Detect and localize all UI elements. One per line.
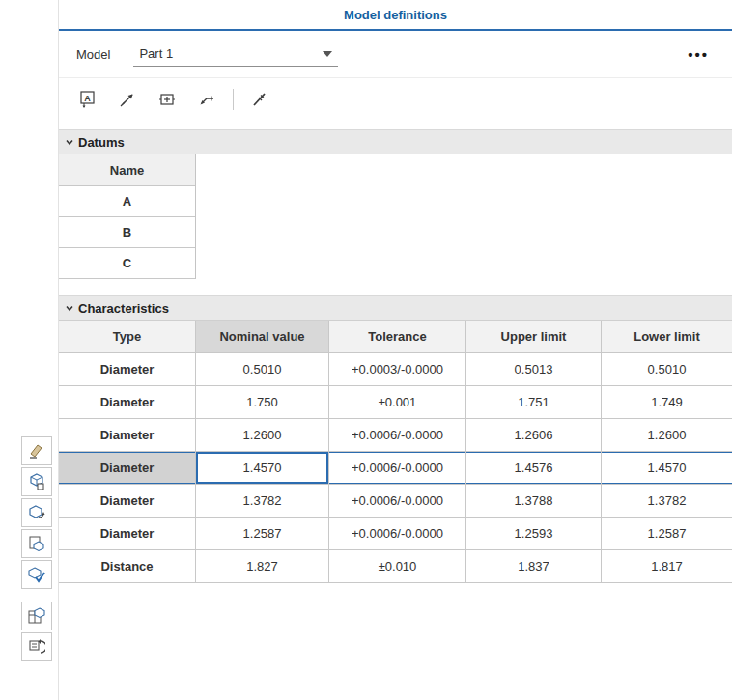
part-tag-button[interactable]: [21, 467, 52, 496]
datum-target-button[interactable]: [154, 87, 181, 112]
datum-row-c[interactable]: C: [59, 248, 195, 279]
table-cell-nominal[interactable]: 1.2587: [196, 518, 329, 550]
table-cell-lower[interactable]: 1.4570: [602, 452, 732, 485]
table-cell-upper[interactable]: 1.4576: [466, 452, 602, 485]
table-cell-lower[interactable]: 1.2587: [602, 518, 732, 550]
table-cell-nominal[interactable]: 0.5010: [196, 353, 329, 386]
app-window: Model definitions Model Part 1 ••• A: [0, 0, 732, 700]
table-cell-nominal-selected[interactable]: 1.4570: [196, 452, 329, 485]
leader-line-button[interactable]: [193, 87, 220, 112]
table-cell-type[interactable]: Diameter: [59, 353, 196, 386]
model-dropdown-value: Part 1: [139, 46, 173, 61]
table-cell-type[interactable]: Diameter: [59, 386, 196, 419]
table-cell-tolerance[interactable]: ±0.001: [329, 386, 466, 419]
characteristics-section: Characteristics Type Nominal value Toler…: [59, 295, 732, 583]
table-cell-nominal[interactable]: 1.3782: [196, 485, 329, 518]
table-cell-upper[interactable]: 1.751: [466, 386, 602, 419]
characteristics-section-label: Characteristics: [78, 301, 169, 316]
leader-line-icon: [197, 90, 216, 109]
table-cell-tolerance[interactable]: +0.0006/-0.0000: [329, 419, 466, 452]
characteristics-section-header[interactable]: Characteristics: [59, 295, 732, 321]
table-cell-type[interactable]: Diameter: [59, 518, 196, 550]
table-cell-tolerance[interactable]: ±0.010: [329, 550, 466, 583]
section-tool-button[interactable]: [21, 436, 52, 465]
model-table-icon: [28, 607, 45, 625]
table-cell-type[interactable]: Distance: [59, 550, 196, 583]
text-annotation-button[interactable]: A: [74, 87, 101, 112]
table-cell-lower[interactable]: 1.817: [602, 550, 732, 583]
characteristics-table: Type Nominal value Tolerance Upper limit…: [59, 321, 732, 583]
part-tag-icon: [28, 473, 45, 490]
table-cell-nominal[interactable]: 1.2600: [196, 419, 329, 452]
column-header-nominal-value[interactable]: Nominal value: [196, 321, 329, 353]
annotation-toolbar: A: [59, 77, 732, 120]
chevron-down-icon: [64, 302, 75, 314]
panel-title-bar: Model definitions: [59, 0, 732, 31]
table-cell-lower[interactable]: 1.3782: [602, 485, 732, 518]
table-cell-upper[interactable]: 1.3788: [466, 485, 602, 518]
datums-table: Name A B C: [59, 154, 196, 279]
table-cell-upper[interactable]: 1.837: [466, 550, 602, 583]
section-tool-icon: [28, 442, 45, 460]
datums-section: Datums Name A B C: [59, 129, 732, 279]
part-copy-icon: [28, 535, 45, 552]
column-header-upper-limit[interactable]: Upper limit: [466, 321, 602, 353]
table-cell-type-selected[interactable]: Diameter: [59, 452, 196, 485]
table-cell-nominal[interactable]: 1.827: [196, 550, 329, 583]
svg-text:A: A: [84, 93, 91, 102]
page-title: Model definitions: [344, 8, 447, 22]
table-cell-tolerance[interactable]: +0.0003/-0.0000: [329, 353, 466, 386]
column-header-lower-limit[interactable]: Lower limit: [602, 321, 732, 353]
left-vertical-toolbar: [21, 436, 54, 661]
table-cell-lower[interactable]: 1.2600: [602, 419, 732, 452]
model-dropdown[interactable]: Part 1: [133, 42, 338, 67]
model-definitions-panel: Model definitions Model Part 1 ••• A: [58, 0, 732, 700]
model-table-button[interactable]: [21, 602, 52, 630]
model-label: Model: [76, 47, 110, 62]
annotation-check-button[interactable]: [21, 560, 52, 589]
ellipsis-icon: •••: [688, 46, 709, 63]
text-annotation-icon: A: [78, 90, 98, 109]
toolbar-separator: [233, 89, 234, 110]
hatch-line-icon: [250, 90, 269, 109]
column-header-tolerance[interactable]: Tolerance: [329, 321, 466, 353]
chevron-down-icon: [64, 136, 75, 148]
chevron-down-icon: [323, 51, 332, 57]
table-cell-upper[interactable]: 0.5013: [466, 353, 602, 386]
table-cell-upper[interactable]: 1.2606: [466, 419, 602, 452]
datum-row-b[interactable]: B: [59, 217, 195, 248]
part-copy-button[interactable]: [21, 529, 52, 558]
table-cell-lower[interactable]: 1.749: [602, 386, 732, 419]
dimension-arrow-button[interactable]: [114, 87, 141, 112]
table-cell-type[interactable]: Diameter: [59, 419, 196, 452]
view-rotate-icon: [28, 638, 45, 656]
datums-section-label: Datums: [78, 135, 125, 150]
dimension-arrow-icon: [118, 90, 137, 109]
datums-header-name: Name: [59, 154, 195, 186]
more-menu-button[interactable]: •••: [682, 44, 715, 65]
table-cell-nominal[interactable]: 1.750: [196, 386, 329, 419]
table-cell-upper[interactable]: 1.2593: [466, 518, 602, 550]
column-header-type[interactable]: Type: [59, 321, 196, 353]
toolbar-group-gap: [21, 591, 54, 600]
table-cell-type[interactable]: Diameter: [59, 485, 196, 518]
part-rotate-icon: [28, 504, 45, 521]
datum-row-a[interactable]: A: [59, 186, 195, 217]
table-cell-tolerance[interactable]: +0.0006/-0.0000: [329, 485, 466, 518]
datums-section-header[interactable]: Datums: [59, 129, 732, 154]
model-selector-row: Model Part 1 •••: [59, 31, 732, 77]
table-cell-lower[interactable]: 0.5010: [602, 353, 732, 386]
view-rotate-button[interactable]: [21, 632, 52, 661]
table-cell-tolerance[interactable]: +0.0006/-0.0000: [329, 518, 466, 550]
table-cell-tolerance[interactable]: +0.0006/-0.0000: [329, 452, 466, 485]
hatch-line-button[interactable]: [246, 87, 273, 112]
part-rotate-button[interactable]: [21, 498, 52, 527]
datum-target-icon: [157, 90, 177, 109]
annotation-check-icon: [28, 566, 45, 583]
